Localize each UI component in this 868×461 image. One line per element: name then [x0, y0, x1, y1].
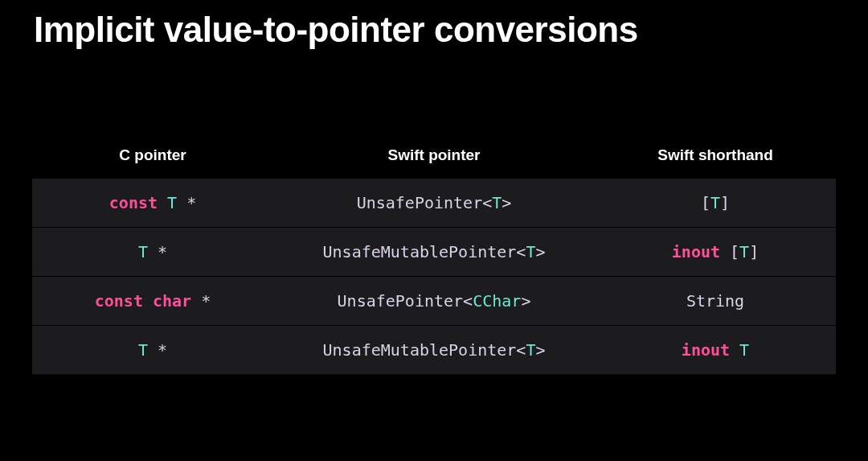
swift-pointer-cell: UnsafeMutablePointer<T>: [273, 228, 595, 277]
swift-shorthand-cell: String: [595, 277, 836, 326]
column-header-swift-shorthand: Swift shorthand: [595, 146, 836, 179]
swift-shorthand-cell: inout [T]: [595, 228, 836, 277]
c-pointer-cell: T *: [32, 228, 273, 277]
swift-shorthand-cell: inout T: [595, 326, 836, 375]
column-header-swift-pointer: Swift pointer: [273, 146, 595, 179]
slide: Implicit value-to-pointer conversions C …: [0, 0, 868, 461]
conversion-table: C pointer Swift pointer Swift shorthand …: [32, 146, 836, 375]
slide-title: Implicit value-to-pointer conversions: [0, 0, 868, 50]
c-pointer-cell: const char *: [32, 277, 273, 326]
swift-pointer-cell: UnsafePointer<CChar>: [273, 277, 595, 326]
swift-shorthand-cell: [T]: [595, 179, 836, 228]
c-pointer-cell: const T *: [32, 179, 273, 228]
swift-pointer-cell: UnsafeMutablePointer<T>: [273, 326, 595, 375]
column-header-c-pointer: C pointer: [32, 146, 273, 179]
swift-pointer-cell: UnsafePointer<T>: [273, 179, 595, 228]
c-pointer-cell: T *: [32, 326, 273, 375]
